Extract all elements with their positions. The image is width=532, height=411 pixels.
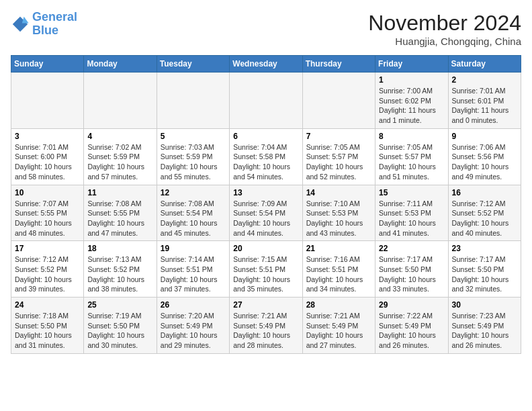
calendar-day: 3Sunrise: 7:01 AM Sunset: 6:00 PM Daylig… — [11, 128, 84, 185]
calendar-header-tuesday: Tuesday — [157, 56, 229, 73]
day-number: 21 — [306, 244, 371, 253]
logo-line1: General — [32, 10, 77, 24]
day-info: Sunrise: 7:13 AM Sunset: 5:52 PM Dayligh… — [87, 255, 152, 294]
calendar-header-sunday: Sunday — [11, 56, 84, 73]
calendar-header-thursday: Thursday — [302, 56, 375, 73]
calendar-day — [84, 73, 157, 129]
calendar-day: 25Sunrise: 7:19 AM Sunset: 5:50 PM Dayli… — [84, 298, 157, 354]
day-info: Sunrise: 7:14 AM Sunset: 5:51 PM Dayligh… — [161, 255, 226, 294]
day-number: 24 — [15, 300, 80, 310]
calendar-day: 13Sunrise: 7:09 AM Sunset: 5:54 PM Dayli… — [230, 185, 302, 241]
day-info: Sunrise: 7:08 AM Sunset: 5:55 PM Dayligh… — [87, 199, 152, 238]
calendar-day: 9Sunrise: 7:06 AM Sunset: 5:56 PM Daylig… — [448, 128, 521, 185]
calendar-day: 21Sunrise: 7:16 AM Sunset: 5:51 PM Dayli… — [302, 241, 375, 298]
day-info: Sunrise: 7:00 AM Sunset: 6:02 PM Dayligh… — [379, 86, 444, 126]
calendar-day: 15Sunrise: 7:11 AM Sunset: 5:53 PM Dayli… — [375, 185, 448, 241]
day-info: Sunrise: 7:01 AM Sunset: 6:00 PM Dayligh… — [15, 142, 80, 182]
calendar-day: 16Sunrise: 7:12 AM Sunset: 5:52 PM Dayli… — [448, 185, 521, 241]
day-number: 9 — [452, 132, 517, 141]
calendar-day — [11, 73, 84, 129]
calendar-day: 27Sunrise: 7:21 AM Sunset: 5:49 PM Dayli… — [230, 298, 302, 354]
calendar-day: 4Sunrise: 7:02 AM Sunset: 5:59 PM Daylig… — [84, 128, 157, 185]
day-number: 28 — [306, 300, 371, 310]
calendar-day — [302, 73, 375, 129]
location: Huangjia, Chongqing, China — [368, 36, 521, 47]
calendar-day: 30Sunrise: 7:23 AM Sunset: 5:49 PM Dayli… — [448, 298, 521, 354]
calendar-day: 14Sunrise: 7:10 AM Sunset: 5:53 PM Dayli… — [302, 185, 375, 241]
day-info: Sunrise: 7:12 AM Sunset: 5:52 PM Dayligh… — [15, 255, 80, 294]
day-number: 7 — [306, 132, 371, 141]
day-info: Sunrise: 7:17 AM Sunset: 5:50 PM Dayligh… — [452, 255, 517, 294]
calendar-day — [157, 73, 229, 129]
day-number: 8 — [379, 132, 444, 141]
day-info: Sunrise: 7:07 AM Sunset: 5:55 PM Dayligh… — [15, 199, 80, 238]
day-info: Sunrise: 7:01 AM Sunset: 6:01 PM Dayligh… — [452, 86, 517, 126]
calendar-day: 8Sunrise: 7:05 AM Sunset: 5:57 PM Daylig… — [375, 128, 448, 185]
day-info: Sunrise: 7:18 AM Sunset: 5:50 PM Dayligh… — [15, 311, 80, 351]
calendar-day: 26Sunrise: 7:20 AM Sunset: 5:49 PM Dayli… — [157, 298, 229, 354]
day-number: 12 — [161, 188, 226, 197]
calendar-week-3: 10Sunrise: 7:07 AM Sunset: 5:55 PM Dayli… — [11, 185, 521, 241]
day-info: Sunrise: 7:15 AM Sunset: 5:51 PM Dayligh… — [233, 255, 298, 294]
day-number: 26 — [161, 300, 226, 310]
day-info: Sunrise: 7:09 AM Sunset: 5:54 PM Dayligh… — [233, 199, 298, 238]
calendar-day: 7Sunrise: 7:05 AM Sunset: 5:57 PM Daylig… — [302, 128, 375, 185]
day-number: 2 — [452, 75, 517, 85]
page-header: General Blue November 2024 Huangjia, Cho… — [11, 11, 521, 47]
logo-line2: Blue — [32, 24, 58, 37]
day-info: Sunrise: 7:11 AM Sunset: 5:53 PM Dayligh… — [379, 199, 444, 238]
day-number: 5 — [161, 132, 226, 141]
day-number: 25 — [87, 300, 152, 310]
calendar-day: 24Sunrise: 7:18 AM Sunset: 5:50 PM Dayli… — [11, 298, 84, 354]
calendar-header-row: SundayMondayTuesdayWednesdayThursdayFrid… — [11, 56, 521, 73]
day-info: Sunrise: 7:22 AM Sunset: 5:49 PM Dayligh… — [379, 311, 444, 351]
day-info: Sunrise: 7:08 AM Sunset: 5:54 PM Dayligh… — [161, 199, 226, 238]
day-number: 23 — [452, 244, 517, 253]
title-block: November 2024 Huangjia, Chongqing, China — [368, 11, 521, 47]
calendar-day: 5Sunrise: 7:03 AM Sunset: 5:59 PM Daylig… — [157, 128, 229, 185]
calendar-day: 2Sunrise: 7:01 AM Sunset: 6:01 PM Daylig… — [448, 73, 521, 129]
day-number: 29 — [379, 300, 444, 310]
calendar-day: 18Sunrise: 7:13 AM Sunset: 5:52 PM Dayli… — [84, 241, 157, 298]
calendar-day: 23Sunrise: 7:17 AM Sunset: 5:50 PM Dayli… — [448, 241, 521, 298]
day-info: Sunrise: 7:19 AM Sunset: 5:50 PM Dayligh… — [87, 311, 152, 351]
day-number: 10 — [15, 188, 80, 197]
day-info: Sunrise: 7:06 AM Sunset: 5:56 PM Dayligh… — [452, 142, 517, 182]
calendar-day: 17Sunrise: 7:12 AM Sunset: 5:52 PM Dayli… — [11, 241, 84, 298]
svg-marker-1 — [22, 17, 29, 24]
calendar-day: 28Sunrise: 7:21 AM Sunset: 5:49 PM Dayli… — [302, 298, 375, 354]
day-number: 17 — [15, 244, 80, 253]
calendar-day: 20Sunrise: 7:15 AM Sunset: 5:51 PM Dayli… — [230, 241, 302, 298]
calendar-header-wednesday: Wednesday — [230, 56, 302, 73]
day-info: Sunrise: 7:05 AM Sunset: 5:57 PM Dayligh… — [379, 142, 444, 182]
day-number: 14 — [306, 188, 371, 197]
calendar-day: 11Sunrise: 7:08 AM Sunset: 5:55 PM Dayli… — [84, 185, 157, 241]
calendar-day: 19Sunrise: 7:14 AM Sunset: 5:51 PM Dayli… — [157, 241, 229, 298]
calendar-header-monday: Monday — [84, 56, 157, 73]
calendar-day: 22Sunrise: 7:17 AM Sunset: 5:50 PM Dayli… — [375, 241, 448, 298]
calendar: SundayMondayTuesdayWednesdayThursdayFrid… — [11, 55, 521, 354]
day-number: 3 — [15, 132, 80, 141]
calendar-week-4: 17Sunrise: 7:12 AM Sunset: 5:52 PM Dayli… — [11, 241, 521, 298]
day-number: 4 — [87, 132, 152, 141]
day-info: Sunrise: 7:04 AM Sunset: 5:58 PM Dayligh… — [233, 142, 298, 182]
day-number: 30 — [452, 300, 517, 310]
day-number: 19 — [161, 244, 226, 253]
day-number: 18 — [87, 244, 152, 253]
day-info: Sunrise: 7:02 AM Sunset: 5:59 PM Dayligh… — [87, 142, 152, 182]
day-info: Sunrise: 7:12 AM Sunset: 5:52 PM Dayligh… — [452, 199, 517, 238]
day-info: Sunrise: 7:05 AM Sunset: 5:57 PM Dayligh… — [306, 142, 371, 182]
day-number: 15 — [379, 188, 444, 197]
calendar-week-1: 1Sunrise: 7:00 AM Sunset: 6:02 PM Daylig… — [11, 73, 521, 129]
calendar-day — [230, 73, 302, 129]
calendar-week-2: 3Sunrise: 7:01 AM Sunset: 6:00 PM Daylig… — [11, 128, 521, 185]
day-info: Sunrise: 7:03 AM Sunset: 5:59 PM Dayligh… — [161, 142, 226, 182]
day-info: Sunrise: 7:17 AM Sunset: 5:50 PM Dayligh… — [379, 255, 444, 294]
calendar-header-saturday: Saturday — [448, 56, 521, 73]
month-title: November 2024 — [368, 11, 521, 36]
day-number: 6 — [233, 132, 298, 141]
day-number: 20 — [233, 244, 298, 253]
day-number: 11 — [87, 188, 152, 197]
day-number: 13 — [233, 188, 298, 197]
logo-icon — [11, 15, 30, 34]
